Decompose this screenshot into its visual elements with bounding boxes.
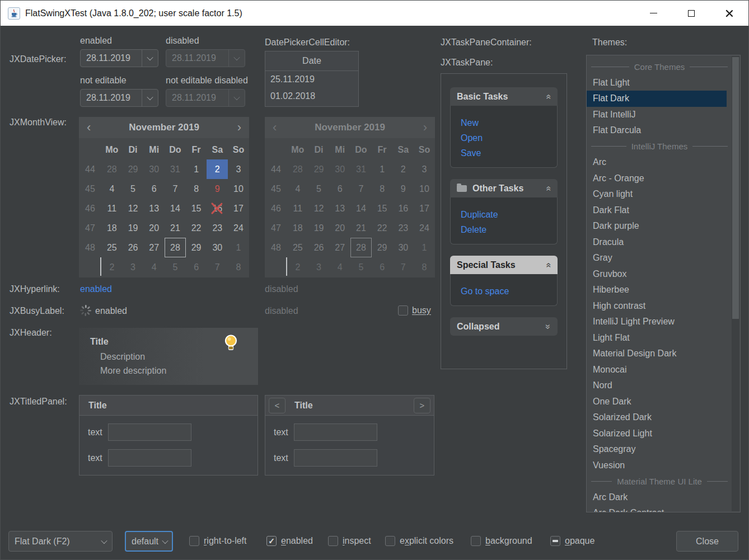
prev-month-button[interactable]: ‹ — [87, 121, 91, 134]
calendar-day[interactable]: 5 — [123, 179, 144, 199]
chevron-double-up-icon[interactable]: » — [544, 94, 554, 99]
calendar-day[interactable]: 17 — [228, 199, 249, 218]
calendar-day[interactable]: 7 — [207, 257, 228, 277]
text-field[interactable] — [294, 423, 377, 441]
task-link[interactable]: Duplicate — [461, 207, 547, 222]
checkbox-inspect[interactable]: inspect — [328, 530, 371, 551]
datepicker-not-editable[interactable]: 28.11.2019 — [80, 89, 158, 107]
text-field[interactable] — [108, 423, 191, 441]
scrollbar-thumb[interactable] — [732, 57, 739, 319]
checkbox-opaque[interactable]: opaque — [550, 530, 594, 551]
task-link[interactable]: Save — [461, 145, 547, 161]
calendar-day[interactable]: 7 — [165, 179, 186, 199]
combo-dropdown-button[interactable] — [158, 532, 172, 550]
table-row[interactable]: 25.11.2019 — [265, 71, 358, 88]
calendar-day[interactable]: 2 — [101, 257, 123, 277]
theme-list-item[interactable]: Gray — [587, 250, 727, 266]
theme-list-item[interactable]: Arc Dark — [587, 490, 727, 506]
task-link[interactable]: Open — [461, 130, 547, 145]
theme-list-item[interactable]: Nord — [587, 378, 727, 394]
calendar-day[interactable]: 5 — [165, 257, 186, 277]
calendar-day[interactable]: 19 — [123, 218, 144, 238]
theme-list-item[interactable]: Monocai — [587, 362, 727, 378]
checkbox-right-to-left[interactable]: right-to-left — [189, 530, 246, 551]
datepicker-dropdown-button[interactable] — [142, 50, 158, 67]
calendar-day[interactable]: 6 — [143, 179, 165, 199]
checkbox-background[interactable]: background — [471, 530, 532, 551]
calendar-day[interactable]: 26 — [123, 238, 144, 257]
calendar-day[interactable]: 2 — [207, 159, 228, 179]
calendar-day[interactable]: 13 — [143, 199, 165, 218]
calendar-day[interactable]: 31 — [165, 159, 186, 179]
datepicker-enabled[interactable]: 28.11.2019 — [80, 49, 158, 67]
calendar-day[interactable]: 27 — [143, 238, 165, 257]
calendar-day[interactable]: 24 — [228, 218, 249, 238]
theme-list-item[interactable]: Spacegray — [587, 441, 727, 458]
calendar-day[interactable]: 25 — [101, 238, 123, 257]
calendar-day[interactable]: 23 — [207, 218, 228, 238]
theme-list-item[interactable]: Flat Dark — [587, 91, 727, 107]
combo-dropdown-button[interactable] — [96, 531, 112, 551]
calendar-day[interactable]: 3 — [123, 257, 144, 277]
taskpane-header[interactable]: Other Tasks» — [450, 179, 558, 197]
calendar-day[interactable]: 18 — [101, 218, 123, 238]
scrollbar-track[interactable] — [732, 56, 739, 511]
table-row[interactable]: 01.02.2018 — [265, 88, 358, 105]
theme-list-item[interactable]: Arc — [587, 154, 727, 171]
calendar-day[interactable]: 9 — [207, 179, 228, 199]
task-link[interactable]: Go to space — [461, 284, 547, 299]
theme-list-item[interactable]: Material Design Dark — [587, 346, 727, 362]
calendar-day[interactable]: 30 — [207, 238, 228, 257]
theme-list-item[interactable]: Flat Darcula — [587, 123, 727, 139]
theme-list-item[interactable]: High contrast — [587, 298, 727, 314]
theme-list-item[interactable]: Vuesion — [587, 458, 727, 474]
theme-list-item[interactable]: Gruvbox — [587, 266, 727, 283]
theme-list-item[interactable]: Flat Light — [587, 75, 727, 91]
scale-combo-focused[interactable]: default — [125, 531, 173, 552]
theme-list-item[interactable]: Dark Flat — [587, 203, 727, 219]
maximize-button[interactable] — [672, 1, 710, 26]
chevron-double-down-icon[interactable]: » — [544, 324, 554, 329]
close-window-button[interactable] — [710, 1, 748, 26]
theme-list-item[interactable]: Dark purple — [587, 218, 727, 234]
calendar-day[interactable]: 20 — [143, 218, 165, 238]
text-field[interactable] — [294, 449, 377, 467]
busy-checkbox[interactable]: busy — [398, 305, 431, 316]
taskpane-header[interactable]: Collapsed» — [450, 317, 558, 336]
calendar-day[interactable]: 4 — [143, 257, 165, 277]
calendar-day[interactable]: 22 — [186, 218, 207, 238]
task-link[interactable]: New — [461, 115, 547, 130]
next-month-button[interactable]: › — [237, 121, 241, 134]
task-link[interactable]: Delete — [461, 222, 547, 237]
look-and-feel-combo[interactable]: Flat Dark (F2) — [8, 531, 113, 552]
minimize-button[interactable] — [634, 1, 672, 26]
text-field[interactable] — [108, 449, 191, 467]
calendar-day[interactable]: 21 — [165, 218, 186, 238]
calendar-day[interactable]: 8 — [228, 257, 249, 277]
calendar-day[interactable]: 30 — [143, 159, 165, 179]
theme-list-item[interactable]: Arc - Orange — [587, 171, 727, 187]
calendar-day[interactable]: 4 — [101, 179, 123, 199]
taskpane-header[interactable]: Special Tasks» — [450, 256, 558, 274]
checkbox-explicit-colors[interactable]: explicit colors — [385, 530, 453, 551]
theme-list-item[interactable]: Cyan light — [587, 186, 727, 203]
calendar-day[interactable]: 29 — [186, 238, 207, 257]
calendar-day[interactable]: 1 — [228, 238, 249, 257]
datepicker-dropdown-button[interactable] — [142, 90, 158, 106]
theme-list-item[interactable]: Dracula — [587, 234, 727, 251]
taskpane-header[interactable]: Basic Tasks» — [450, 87, 558, 106]
panel-next-button[interactable]: > — [414, 398, 430, 413]
calendar-day[interactable]: 16 — [207, 199, 228, 218]
calendar-day[interactable]: 14 — [165, 199, 186, 218]
close-button[interactable]: Close — [676, 531, 738, 552]
chevron-double-up-icon[interactable]: » — [544, 186, 554, 191]
calendar-day[interactable]: 11 — [101, 199, 123, 218]
chevron-double-up-icon[interactable]: » — [544, 262, 554, 267]
calendar-day[interactable]: 15 — [186, 199, 207, 218]
calendar-day[interactable]: 3 — [228, 159, 249, 179]
calendar-day[interactable]: 6 — [186, 257, 207, 277]
theme-list-item[interactable]: IntelliJ Light Preview — [587, 314, 727, 330]
calendar-day[interactable]: 10 — [228, 179, 249, 199]
calendar-day[interactable]: 28 — [165, 238, 186, 257]
checkbox-enabled[interactable]: ✓enabled — [266, 530, 313, 551]
